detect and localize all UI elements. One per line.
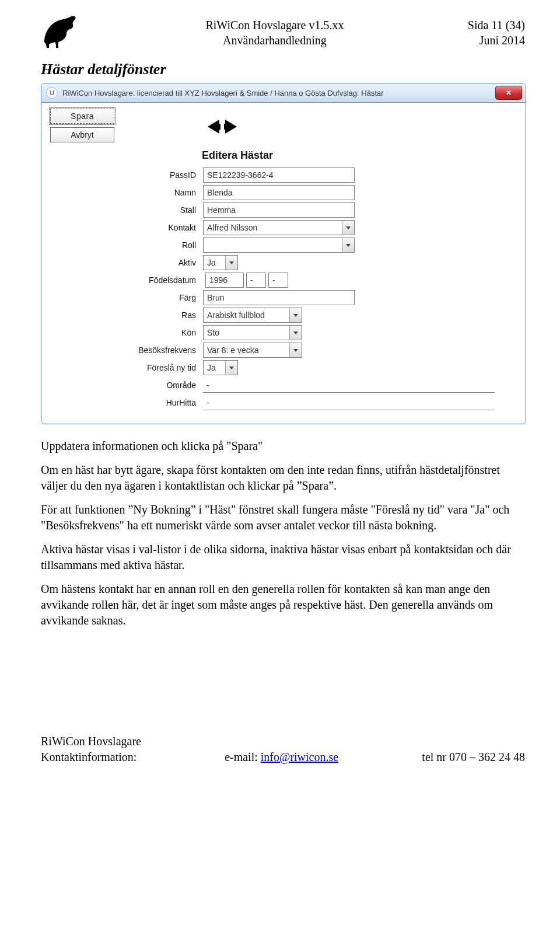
combo-ras[interactable] <box>203 308 302 323</box>
input-birth-year[interactable] <box>205 273 244 288</box>
svg-marker-0 <box>208 120 220 134</box>
header-subtitle: Användarhandledning <box>89 33 461 48</box>
label-kon: Kön <box>50 328 203 337</box>
footer-email-label: e-mail: <box>225 751 261 763</box>
chevron-down-icon <box>293 331 298 334</box>
combo-besok-button[interactable] <box>289 343 302 357</box>
paragraph: Uppdatera informationen och klicka på "S… <box>41 438 525 454</box>
app-icon: U <box>46 87 58 99</box>
paragraph: Om hästens kontakt har en annan roll en … <box>41 581 525 629</box>
chevron-down-icon <box>229 261 234 264</box>
app-window: U RiWiCon Hovslagare: licencierad till X… <box>41 83 526 424</box>
label-roll: Roll <box>50 240 203 250</box>
paragraph: Om en häst har bytt ägare, skapa först k… <box>41 462 525 494</box>
cancel-button[interactable]: Avbryt <box>50 127 114 142</box>
input-birth-day[interactable] <box>268 273 288 288</box>
page-number: Sida 11 (34) <box>468 18 525 33</box>
combo-ras-button[interactable] <box>289 308 302 322</box>
label-fodelsedatum: Födelsdatum <box>50 275 203 285</box>
save-button[interactable]: Spara <box>50 109 114 124</box>
chevron-down-icon <box>346 244 351 247</box>
footer-contact-label: Kontaktinformation: <box>41 751 136 763</box>
label-ras: Ras <box>50 310 203 320</box>
combo-roll-button[interactable] <box>342 238 354 252</box>
window-titlebar[interactable]: U RiWiCon Hovslagare: licencierad till X… <box>41 83 526 103</box>
label-omrade: Område <box>50 381 203 390</box>
combo-kon[interactable] <box>203 325 302 340</box>
svg-marker-1 <box>224 120 237 134</box>
input-stall[interactable] <box>203 203 355 218</box>
body-text: Uppdatera informationen och klicka på "S… <box>41 438 525 629</box>
combo-kontakt[interactable] <box>203 220 355 235</box>
combo-kon-button[interactable] <box>289 326 302 340</box>
paragraph: För att funktionen ”Ny Bokning” i "Häst"… <box>41 502 525 533</box>
chevron-down-icon <box>346 226 351 229</box>
form-title: Editera Hästar <box>202 149 517 162</box>
page-header: RiWiCon Hovslagare v1.5.xx Användarhandl… <box>41 18 525 50</box>
chevron-down-icon <box>293 314 298 317</box>
input-namn[interactable] <box>203 185 355 200</box>
window-close-button[interactable]: ✕ <box>495 86 522 100</box>
page-footer: RiWiCon Hovslagare Kontaktinformation: e… <box>41 734 525 765</box>
footer-phone: tel nr 070 – 362 24 48 <box>422 751 525 763</box>
label-passid: PassID <box>50 170 203 180</box>
combo-besok[interactable] <box>203 343 302 358</box>
page-date: Juni 2014 <box>468 33 525 48</box>
paragraph: Aktiva hästar visas i val-listor i de ol… <box>41 542 525 573</box>
next-record-button <box>224 120 237 134</box>
header-title: RiWiCon Hovslagare v1.5.xx <box>89 18 461 33</box>
input-farg[interactable] <box>203 290 355 305</box>
label-namn: Namn <box>50 188 203 197</box>
input-passid[interactable] <box>203 167 355 183</box>
input-birth-month[interactable] <box>246 273 266 288</box>
label-besok: Besöksfrekvens <box>50 345 203 355</box>
combo-kontakt-button[interactable] <box>342 221 354 235</box>
record-nav <box>196 116 247 139</box>
chevron-down-icon <box>229 366 234 369</box>
logo-horse-icon <box>41 14 82 50</box>
label-aktiv: Aktiv <box>50 258 203 267</box>
footer-email-link[interactable]: info@riwicon.se <box>261 751 338 763</box>
window-title: RiWiCon Hovslagare: licencierad till XYZ… <box>62 89 491 97</box>
input-hurhitta[interactable] <box>203 395 495 410</box>
combo-roll[interactable] <box>203 238 355 253</box>
label-stall: Stall <box>50 205 203 215</box>
close-icon: ✕ <box>506 89 512 97</box>
input-omrade[interactable] <box>203 378 495 393</box>
label-hurhitta: HurHitta <box>50 398 203 407</box>
label-kontakt: Kontakt <box>50 223 203 232</box>
combo-aktiv-button[interactable] <box>225 256 237 270</box>
footer-product: RiWiCon Hovslagare <box>41 735 141 748</box>
label-foresla: Föreslå ny tid <box>50 363 203 372</box>
chevron-down-icon <box>293 349 298 352</box>
combo-foresla-button[interactable] <box>225 361 237 375</box>
section-title: Hästar detaljfönster <box>41 61 525 78</box>
prev-record-button <box>208 120 220 134</box>
label-farg: Färg <box>50 293 203 302</box>
